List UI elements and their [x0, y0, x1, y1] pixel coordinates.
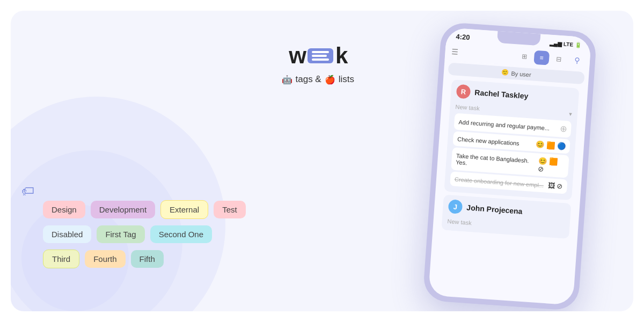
user-section-john: J John Projecena New task — [441, 195, 571, 239]
logo-lines-icon — [308, 48, 333, 63]
logo-line-3 — [312, 58, 329, 61]
scroll-area: R Rachel Taskley New task ▾ Add recurrin… — [428, 77, 588, 305]
view-tabs: ⊞ ≡ ⊟ — [516, 49, 567, 66]
tag-external[interactable]: External — [160, 200, 208, 219]
signal-bars: ▂▄▆ — [550, 40, 562, 47]
left-panel: w k 🤖 tags & 🍎 lists 🏷 Design Devel — [11, 11, 386, 311]
android-icon: 🤖 — [282, 75, 292, 85]
tag-design[interactable]: Design — [43, 201, 85, 218]
tag-fifth[interactable]: Fifth — [131, 250, 164, 268]
by-user-emoji: 🙂 — [501, 69, 509, 77]
phone-mockup: 4:20 ▂▄▆ LTE 🔋 ☰ ⊞ ≡ ⊟ — [422, 22, 597, 311]
add-task-btn[interactable]: ⊕ — [559, 123, 567, 134]
tag-development[interactable]: Development — [91, 201, 155, 218]
subtitle-text2: lists — [339, 74, 354, 85]
tag-disabled[interactable]: Disabled — [43, 225, 91, 243]
hamburger-icon[interactable]: ☰ — [451, 47, 459, 56]
by-user-label: By user — [511, 70, 531, 78]
tags-row-2: Disabled First Tag Second One — [43, 225, 246, 243]
tags-row-1: Design Development External Test — [43, 200, 246, 219]
status-time: 4:20 — [456, 32, 470, 41]
filter-button[interactable]: ⚲ — [570, 53, 584, 67]
status-icons: ▂▄▆ LTE 🔋 — [550, 40, 582, 48]
tag-second-one[interactable]: Second One — [150, 225, 212, 243]
task-text-3: Take the cat to Bangladesh. Yes. — [456, 152, 539, 171]
task-icons-4: 🖼 ⊘ — [548, 181, 564, 191]
task-icons-2: 😊 🟧 🔵 — [536, 140, 566, 150]
task-icons-3: 😊 🟧 ⊘ — [538, 157, 565, 174]
logo-line-1 — [312, 51, 329, 53]
tag-first-tag[interactable]: First Tag — [97, 225, 144, 243]
subtitle-text: tags & — [296, 74, 321, 85]
user-name-rachel: Rachel Taskley — [474, 88, 529, 100]
chevron-down-icon: ▾ — [569, 111, 573, 118]
task-text-2: Check new applications — [457, 136, 519, 147]
task-text-4: Create onboarding for new empl... — [455, 175, 544, 188]
phone-outer: 4:20 ▂▄▆ LTE 🔋 ☰ ⊞ ≡ ⊟ — [422, 22, 597, 311]
grid-view-tab[interactable]: ⊞ — [516, 49, 532, 64]
user-section-rachel: R Rachel Taskley New task ▾ Add recurrin… — [444, 79, 579, 200]
logo-prefix: w — [289, 43, 305, 69]
battery-icon: 🔋 — [575, 42, 582, 48]
phone-screen: 4:20 ▂▄▆ LTE 🔋 ☰ ⊞ ≡ ⊟ — [428, 27, 591, 305]
main-card: w k 🤖 tags & 🍎 lists 🏷 Design Devel — [11, 11, 633, 311]
lte-label: LTE — [564, 41, 574, 47]
user-name-john: John Projecena — [466, 203, 523, 216]
avatar-john: J — [448, 199, 463, 214]
logo: w k — [289, 43, 347, 69]
tag-fourth[interactable]: Fourth — [85, 250, 125, 268]
logo-subtitle: 🤖 tags & 🍎 lists — [282, 74, 354, 85]
tags-section: Design Development External Test Disable… — [43, 200, 246, 268]
tag-third[interactable]: Third — [43, 250, 79, 268]
tags-row-3: Third Fourth Fifth — [43, 250, 246, 268]
right-panel: 4:20 ▂▄▆ LTE 🔋 ☰ ⊞ ≡ ⊟ — [386, 11, 633, 311]
tag-icon: 🏷 — [21, 184, 34, 199]
logo-area: w k 🤖 tags & 🍎 lists — [282, 43, 354, 85]
list-view-tab[interactable]: ≡ — [533, 50, 550, 65]
tag-test[interactable]: Test — [214, 201, 246, 218]
apple-icon: 🍎 — [325, 75, 335, 85]
logo-line-2 — [312, 55, 327, 57]
detail-view-tab[interactable]: ⊟ — [551, 52, 567, 67]
avatar-rachel: R — [456, 84, 471, 99]
logo-suffix: k — [335, 43, 347, 69]
task-text-1: Add recurring and regular payme... — [458, 119, 550, 131]
